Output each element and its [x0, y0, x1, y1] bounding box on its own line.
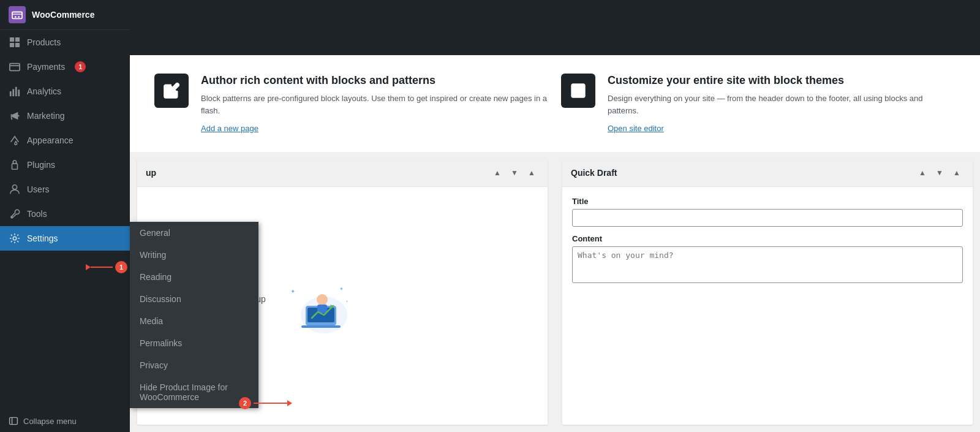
plugin-icon: [9, 159, 21, 171]
svg-rect-14: [12, 164, 18, 169]
collapse-menu-label: Collapse menu: [23, 417, 77, 426]
svg-text:✦: ✦: [345, 300, 349, 303]
collapse-menu-button[interactable]: Collapse menu: [0, 410, 130, 432]
sidebar-item-analytics[interactable]: Analytics: [0, 79, 130, 104]
sidebar-item-tools[interactable]: Tools: [0, 202, 130, 226]
svg-rect-22: [572, 85, 585, 97]
feature-section: Author rich content with blocks and patt…: [130, 55, 980, 152]
sidebar-logo[interactable]: WooCommerce: [0, 0, 130, 30]
quick-draft-panel-body: Title Content: [562, 187, 973, 425]
sidebar-item-tools-label: Tools: [27, 209, 47, 219]
submenu-item-writing[interactable]: Writing: [130, 244, 258, 266]
content-field-group: Content: [572, 234, 963, 286]
paint-icon: [9, 134, 21, 146]
top-bar: [130, 0, 980, 55]
submenu-item-reading[interactable]: Reading: [130, 266, 258, 288]
sidebar-item-payments[interactable]: Payments 1: [0, 55, 130, 79]
quick-draft-panel-header: Quick Draft ▲ ▼ ▲: [562, 159, 973, 187]
submenu-item-hide-product-image[interactable]: Hide Product Image for WooCommerce: [130, 376, 258, 408]
sidebar-item-appearance-label: Appearance: [27, 135, 74, 145]
title-field-group: Title: [572, 197, 963, 227]
submenu-item-permalinks[interactable]: Permalinks: [130, 332, 258, 354]
woocommerce-icon: [9, 6, 26, 23]
quick-draft-up-button[interactable]: ▲: [915, 165, 930, 180]
sidebar-item-plugins[interactable]: Plugins: [0, 153, 130, 177]
svg-point-2: [18, 16, 20, 18]
store-setup-close-button[interactable]: ▲: [524, 165, 539, 180]
submenu-item-general[interactable]: General: [130, 222, 258, 244]
feature-desc-themes: Design everything on your site — from th…: [608, 93, 956, 116]
svg-rect-10: [12, 89, 14, 96]
sidebar-item-appearance[interactable]: Appearance: [0, 128, 130, 153]
content-field-label: Content: [572, 234, 963, 243]
store-setup-panel-header: up ▲ ▼ ▲: [137, 159, 548, 187]
store-setup-down-button[interactable]: ▼: [507, 165, 522, 180]
svg-rect-9: [10, 91, 12, 96]
wrench-icon: [9, 208, 21, 220]
settings-icon: [9, 232, 21, 244]
sidebar-item-products-label: Products: [27, 37, 61, 47]
feature-text-themes: Customize your entire site with block th…: [608, 74, 956, 134]
svg-rect-20: [10, 417, 18, 424]
store-setup-up-button[interactable]: ▲: [490, 165, 505, 180]
payments-badge: 1: [75, 61, 86, 72]
feature-link-patterns[interactable]: Add a new page: [201, 124, 258, 133]
sidebar-item-products[interactable]: Products: [0, 30, 130, 55]
feature-block-themes: Customize your entire site with block th…: [561, 74, 956, 134]
svg-text:✦: ✦: [290, 288, 295, 295]
store-setup-panel-controls: ▲ ▼ ▲: [490, 165, 539, 180]
store-illustration: ✦ ✦ ✦: [278, 278, 352, 333]
dollar-icon: [9, 61, 21, 73]
quick-draft-down-button[interactable]: ▼: [932, 165, 947, 180]
chart-icon: [9, 85, 21, 97]
svg-rect-0: [12, 12, 22, 19]
sidebar-item-plugins-label: Plugins: [27, 160, 55, 170]
sidebar-item-analytics-label: Analytics: [27, 86, 61, 96]
quick-draft-panel-title: Quick Draft: [571, 168, 617, 178]
title-field-label: Title: [572, 197, 963, 206]
feature-desc-patterns: Block patterns are pre-configured block …: [201, 93, 549, 116]
quick-draft-panel-controls: ▲ ▼ ▲: [915, 165, 964, 180]
sidebar: WooCommerce Products Payme: [0, 0, 130, 432]
svg-text:✦: ✦: [339, 286, 344, 292]
svg-rect-11: [15, 87, 17, 96]
megaphone-icon: [9, 110, 21, 122]
layout-icon-box: [561, 74, 595, 108]
content-textarea[interactable]: [572, 246, 963, 283]
svg-rect-6: [15, 43, 20, 47]
quick-draft-panel: Quick Draft ▲ ▼ ▲ Title Content: [562, 159, 973, 425]
feature-text-patterns: Author rich content with blocks and patt…: [201, 74, 549, 134]
feature-title-patterns: Author rich content with blocks and patt…: [201, 74, 549, 88]
user-icon: [9, 183, 21, 195]
sidebar-item-settings[interactable]: Settings: [0, 226, 130, 251]
sidebar-item-settings-label: Settings: [27, 233, 58, 243]
svg-point-19: [13, 237, 16, 240]
quick-draft-form: Title Content: [572, 197, 963, 286]
quick-draft-close-button[interactable]: ▲: [949, 165, 964, 180]
edit-icon-box: [154, 74, 189, 108]
svg-point-13: [18, 115, 20, 117]
submenu-item-media[interactable]: Media: [130, 310, 258, 332]
svg-point-1: [15, 16, 17, 18]
svg-rect-3: [10, 37, 14, 42]
svg-rect-4: [15, 37, 20, 42]
submenu-item-discussion[interactable]: Discussion: [130, 288, 258, 310]
svg-rect-12: [18, 89, 20, 96]
sidebar-item-users[interactable]: Users: [0, 177, 130, 202]
svg-rect-7: [10, 64, 20, 71]
svg-rect-5: [10, 43, 14, 47]
feature-block-patterns: Author rich content with blocks and patt…: [154, 74, 549, 134]
title-input[interactable]: [572, 209, 963, 227]
sidebar-item-payments-label: Payments: [27, 62, 65, 72]
svg-point-18: [11, 216, 12, 218]
sidebar-logo-text: WooCommerce: [32, 10, 94, 20]
sidebar-item-marketing[interactable]: Marketing: [0, 104, 130, 128]
settings-submenu: General Writing Reading Discussion Media…: [130, 222, 258, 408]
grid-icon: [9, 36, 21, 48]
store-setup-panel-title: up: [146, 168, 156, 178]
submenu-item-privacy[interactable]: Privacy: [130, 354, 258, 376]
feature-link-themes[interactable]: Open site editor: [608, 124, 664, 133]
svg-point-29: [317, 294, 328, 305]
svg-point-17: [12, 185, 17, 189]
sidebar-item-users-label: Users: [27, 184, 50, 194]
